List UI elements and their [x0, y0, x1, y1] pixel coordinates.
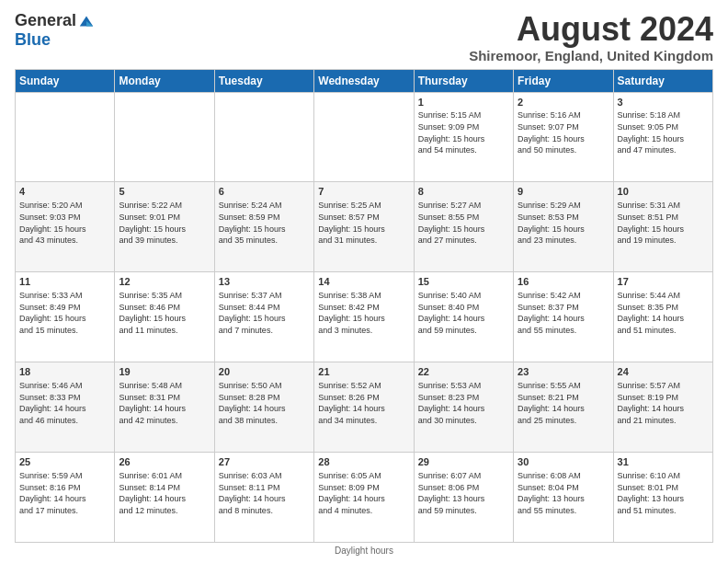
day-info: Sunrise: 5:15 AM Sunset: 9:09 PM Dayligh… — [418, 109, 509, 155]
title-block: August 2024 Shiremoor, England, United K… — [469, 11, 713, 63]
day-number: 23 — [518, 365, 609, 379]
table-row: 25Sunrise: 5:59 AM Sunset: 8:16 PM Dayli… — [16, 453, 115, 543]
table-row: 19Sunrise: 5:48 AM Sunset: 8:31 PM Dayli… — [115, 362, 214, 453]
calendar-week-row: 11Sunrise: 5:33 AM Sunset: 8:49 PM Dayli… — [16, 272, 713, 362]
day-number: 28 — [318, 455, 409, 469]
table-row: 17Sunrise: 5:44 AM Sunset: 8:35 PM Dayli… — [613, 272, 712, 362]
logo-blue-text: Blue — [15, 30, 51, 50]
table-row: 31Sunrise: 6:10 AM Sunset: 8:01 PM Dayli… — [613, 453, 712, 543]
table-row: 9Sunrise: 5:29 AM Sunset: 8:53 PM Daylig… — [514, 182, 613, 272]
table-row: 10Sunrise: 5:31 AM Sunset: 8:51 PM Dayli… — [613, 182, 712, 272]
table-row: 28Sunrise: 6:05 AM Sunset: 8:09 PM Dayli… — [314, 453, 414, 543]
day-info: Sunrise: 5:42 AM Sunset: 8:37 PM Dayligh… — [518, 290, 609, 336]
day-number: 30 — [518, 455, 609, 469]
calendar-header-row: Sunday Monday Tuesday Wednesday Thursday… — [16, 69, 713, 92]
footer-daylight: Daylight hours — [15, 546, 713, 556]
table-row: 18Sunrise: 5:46 AM Sunset: 8:33 PM Dayli… — [16, 362, 115, 453]
table-row: 12Sunrise: 5:35 AM Sunset: 8:46 PM Dayli… — [115, 272, 214, 362]
day-info: Sunrise: 6:10 AM Sunset: 8:01 PM Dayligh… — [618, 470, 709, 516]
col-sunday: Sunday — [16, 69, 115, 92]
table-row: 7Sunrise: 5:25 AM Sunset: 8:57 PM Daylig… — [314, 182, 414, 272]
location-title: Shiremoor, England, United Kingdom — [469, 48, 713, 63]
day-number: 4 — [19, 185, 110, 199]
table-row: 5Sunrise: 5:22 AM Sunset: 9:01 PM Daylig… — [115, 182, 214, 272]
day-info: Sunrise: 5:44 AM Sunset: 8:35 PM Dayligh… — [618, 290, 709, 336]
day-number: 24 — [618, 365, 709, 379]
day-number: 31 — [618, 455, 709, 469]
table-row — [214, 92, 313, 182]
page: General Blue August 2024 Shiremoor, Engl… — [0, 0, 728, 563]
day-number: 14 — [318, 275, 409, 289]
day-number: 2 — [518, 96, 609, 109]
day-number: 11 — [19, 275, 110, 289]
day-number: 6 — [219, 185, 310, 199]
table-row: 2Sunrise: 5:16 AM Sunset: 9:07 PM Daylig… — [514, 92, 613, 182]
day-info: Sunrise: 6:08 AM Sunset: 8:04 PM Dayligh… — [518, 470, 609, 516]
table-row — [115, 92, 214, 182]
table-row: 22Sunrise: 5:53 AM Sunset: 8:23 PM Dayli… — [414, 362, 513, 453]
day-number: 29 — [418, 455, 509, 469]
day-number: 19 — [119, 365, 210, 379]
table-row: 8Sunrise: 5:27 AM Sunset: 8:55 PM Daylig… — [414, 182, 513, 272]
table-row: 30Sunrise: 6:08 AM Sunset: 8:04 PM Dayli… — [514, 453, 613, 543]
day-info: Sunrise: 5:37 AM Sunset: 8:44 PM Dayligh… — [219, 290, 310, 336]
table-row: 24Sunrise: 5:57 AM Sunset: 8:19 PM Dayli… — [613, 362, 712, 453]
table-row: 14Sunrise: 5:38 AM Sunset: 8:42 PM Dayli… — [314, 272, 414, 362]
day-info: Sunrise: 5:35 AM Sunset: 8:46 PM Dayligh… — [119, 290, 210, 336]
calendar-week-row: 4Sunrise: 5:20 AM Sunset: 9:03 PM Daylig… — [16, 182, 713, 272]
col-thursday: Thursday — [414, 69, 513, 92]
day-info: Sunrise: 5:50 AM Sunset: 8:28 PM Dayligh… — [219, 380, 310, 426]
day-number: 16 — [518, 275, 609, 289]
day-info: Sunrise: 5:27 AM Sunset: 8:55 PM Dayligh… — [418, 200, 509, 246]
month-title: August 2024 — [469, 11, 713, 48]
day-number: 9 — [518, 185, 609, 199]
day-number: 15 — [418, 275, 509, 289]
day-number: 7 — [318, 185, 409, 199]
table-row: 23Sunrise: 5:55 AM Sunset: 8:21 PM Dayli… — [514, 362, 613, 453]
day-number: 22 — [418, 365, 509, 379]
col-friday: Friday — [514, 69, 613, 92]
day-info: Sunrise: 5:31 AM Sunset: 8:51 PM Dayligh… — [618, 200, 709, 246]
day-number: 26 — [119, 455, 210, 469]
logo-icon — [78, 13, 95, 29]
day-number: 3 — [618, 96, 709, 109]
table-row: 27Sunrise: 6:03 AM Sunset: 8:11 PM Dayli… — [214, 453, 313, 543]
table-row: 15Sunrise: 5:40 AM Sunset: 8:40 PM Dayli… — [414, 272, 513, 362]
day-info: Sunrise: 5:38 AM Sunset: 8:42 PM Dayligh… — [318, 290, 409, 336]
table-row — [16, 92, 115, 182]
day-info: Sunrise: 5:25 AM Sunset: 8:57 PM Dayligh… — [318, 200, 409, 246]
table-row: 26Sunrise: 6:01 AM Sunset: 8:14 PM Dayli… — [115, 453, 214, 543]
table-row: 21Sunrise: 5:52 AM Sunset: 8:26 PM Dayli… — [314, 362, 414, 453]
day-info: Sunrise: 5:33 AM Sunset: 8:49 PM Dayligh… — [19, 290, 110, 336]
logo: General Blue — [15, 11, 95, 50]
day-info: Sunrise: 5:29 AM Sunset: 8:53 PM Dayligh… — [518, 200, 609, 246]
col-monday: Monday — [115, 69, 214, 92]
day-number: 8 — [418, 185, 509, 199]
day-info: Sunrise: 5:24 AM Sunset: 8:59 PM Dayligh… — [219, 200, 310, 246]
day-info: Sunrise: 5:48 AM Sunset: 8:31 PM Dayligh… — [119, 380, 210, 426]
day-number: 10 — [618, 185, 709, 199]
calendar-week-row: 25Sunrise: 5:59 AM Sunset: 8:16 PM Dayli… — [16, 453, 713, 543]
day-number: 17 — [618, 275, 709, 289]
day-info: Sunrise: 5:20 AM Sunset: 9:03 PM Dayligh… — [19, 200, 110, 246]
col-tuesday: Tuesday — [214, 69, 313, 92]
logo-general-text: General — [15, 11, 76, 30]
table-row: 4Sunrise: 5:20 AM Sunset: 9:03 PM Daylig… — [16, 182, 115, 272]
day-info: Sunrise: 6:07 AM Sunset: 8:06 PM Dayligh… — [418, 470, 509, 516]
day-number: 18 — [19, 365, 110, 379]
day-number: 20 — [219, 365, 310, 379]
table-row: 29Sunrise: 6:07 AM Sunset: 8:06 PM Dayli… — [414, 453, 513, 543]
calendar-week-row: 1Sunrise: 5:15 AM Sunset: 9:09 PM Daylig… — [16, 92, 713, 182]
day-number: 25 — [19, 455, 110, 469]
day-number: 27 — [219, 455, 310, 469]
day-info: Sunrise: 5:46 AM Sunset: 8:33 PM Dayligh… — [19, 380, 110, 426]
day-number: 13 — [219, 275, 310, 289]
day-number: 1 — [418, 96, 509, 109]
table-row — [314, 92, 414, 182]
day-info: Sunrise: 5:18 AM Sunset: 9:05 PM Dayligh… — [618, 109, 709, 155]
header: General Blue August 2024 Shiremoor, Engl… — [15, 11, 713, 63]
calendar-week-row: 18Sunrise: 5:46 AM Sunset: 8:33 PM Dayli… — [16, 362, 713, 453]
col-saturday: Saturday — [613, 69, 712, 92]
table-row: 1Sunrise: 5:15 AM Sunset: 9:09 PM Daylig… — [414, 92, 513, 182]
calendar-table: Sunday Monday Tuesday Wednesday Thursday… — [15, 69, 713, 543]
